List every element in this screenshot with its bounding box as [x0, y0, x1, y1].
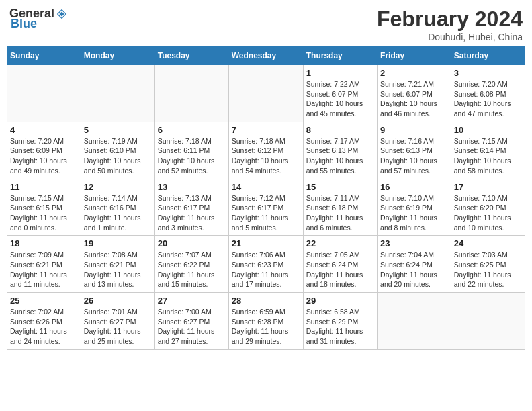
cell-info: Sunrise: 7:20 AMSunset: 6:08 PMDaylight:… — [454, 79, 522, 119]
cell-info: Sunrise: 7:19 AMSunset: 6:10 PMDaylight:… — [84, 136, 152, 176]
day-number: 15 — [306, 182, 374, 192]
cell-info: Sunrise: 7:00 AMSunset: 6:27 PMDaylight:… — [158, 307, 226, 347]
day-number: 23 — [380, 238, 448, 248]
calendar-cell: 8Sunrise: 7:17 AMSunset: 6:13 PMDaylight… — [303, 122, 377, 179]
calendar-table: SundayMondayTuesdayWednesdayThursdayFrid… — [7, 46, 525, 350]
header-day-friday: Friday — [378, 47, 451, 65]
cell-info: Sunrise: 7:10 AMSunset: 6:19 PMDaylight:… — [380, 193, 448, 233]
cell-info: Sunrise: 7:06 AMSunset: 6:23 PMDaylight:… — [232, 250, 300, 289]
calendar-cell: 10Sunrise: 7:15 AMSunset: 6:14 PMDayligh… — [451, 122, 525, 179]
cell-info: Sunrise: 7:03 AMSunset: 6:25 PMDaylight:… — [454, 250, 522, 289]
calendar-cell: 9Sunrise: 7:16 AMSunset: 6:13 PMDaylight… — [378, 122, 451, 179]
cell-info: Sunrise: 7:08 AMSunset: 6:21 PMDaylight:… — [84, 250, 152, 289]
day-number: 20 — [158, 238, 226, 248]
cell-info: Sunrise: 7:14 AMSunset: 6:16 PMDaylight:… — [84, 193, 152, 233]
cell-info: Sunrise: 7:07 AMSunset: 6:22 PMDaylight:… — [158, 250, 226, 289]
calendar-cell: 12Sunrise: 7:14 AMSunset: 6:16 PMDayligh… — [81, 179, 154, 236]
logo: General Blue — [9, 7, 68, 31]
cell-info: Sunrise: 7:15 AMSunset: 6:15 PMDaylight:… — [10, 193, 78, 233]
calendar-cell: 18Sunrise: 7:09 AMSunset: 6:21 PMDayligh… — [7, 236, 81, 293]
cell-info: Sunrise: 7:15 AMSunset: 6:14 PMDaylight:… — [454, 136, 522, 176]
day-number: 21 — [232, 238, 300, 248]
calendar-cell: 24Sunrise: 7:03 AMSunset: 6:25 PMDayligh… — [451, 236, 525, 293]
cell-info: Sunrise: 7:01 AMSunset: 6:27 PMDaylight:… — [84, 307, 152, 347]
logo-icon — [56, 8, 68, 20]
calendar-cell: 3Sunrise: 7:20 AMSunset: 6:08 PMDaylight… — [451, 65, 525, 122]
cell-info: Sunrise: 7:18 AMSunset: 6:12 PMDaylight:… — [232, 136, 300, 176]
day-number: 18 — [10, 238, 78, 248]
header-day-monday: Monday — [81, 47, 154, 65]
day-number: 28 — [232, 295, 300, 306]
calendar-cell: 11Sunrise: 7:15 AMSunset: 6:15 PMDayligh… — [7, 179, 81, 236]
day-number: 19 — [84, 238, 152, 248]
calendar-cell: 2Sunrise: 7:21 AMSunset: 6:07 PMDaylight… — [378, 65, 451, 122]
calendar-cell — [154, 65, 228, 122]
page-header: General Blue February 2024 Douhudi, Hube… — [7, 7, 525, 42]
calendar-cell: 6Sunrise: 7:18 AMSunset: 6:11 PMDaylight… — [154, 122, 228, 179]
header-day-thursday: Thursday — [303, 47, 377, 65]
calendar-week-row: 1Sunrise: 7:22 AMSunset: 6:07 PMDaylight… — [7, 65, 525, 122]
cell-info: Sunrise: 7:13 AMSunset: 6:17 PMDaylight:… — [158, 193, 226, 233]
day-number: 7 — [232, 125, 300, 135]
calendar-cell: 1Sunrise: 7:22 AMSunset: 6:07 PMDaylight… — [303, 65, 377, 122]
day-number: 24 — [454, 238, 522, 248]
calendar-cell: 4Sunrise: 7:20 AMSunset: 6:09 PMDaylight… — [7, 122, 81, 179]
calendar-week-row: 11Sunrise: 7:15 AMSunset: 6:15 PMDayligh… — [7, 179, 525, 236]
title-block: February 2024 Douhudi, Hubei, China — [377, 7, 523, 42]
day-number: 2 — [380, 68, 448, 78]
day-number: 6 — [158, 125, 226, 135]
cell-info: Sunrise: 7:10 AMSunset: 6:20 PMDaylight:… — [454, 193, 522, 233]
calendar-cell: 29Sunrise: 6:58 AMSunset: 6:29 PMDayligh… — [303, 293, 377, 350]
calendar-cell: 23Sunrise: 7:04 AMSunset: 6:24 PMDayligh… — [378, 236, 451, 293]
cell-info: Sunrise: 7:11 AMSunset: 6:18 PMDaylight:… — [306, 193, 374, 233]
calendar-cell — [7, 65, 81, 122]
calendar-cell — [378, 293, 451, 350]
header-day-wednesday: Wednesday — [228, 47, 303, 65]
calendar-cell: 7Sunrise: 7:18 AMSunset: 6:12 PMDaylight… — [228, 122, 303, 179]
day-number: 16 — [380, 182, 448, 192]
day-number: 29 — [306, 295, 374, 306]
cell-info: Sunrise: 7:05 AMSunset: 6:24 PMDaylight:… — [306, 250, 374, 289]
calendar-cell: 25Sunrise: 7:02 AMSunset: 6:26 PMDayligh… — [7, 293, 81, 350]
calendar-cell: 28Sunrise: 6:59 AMSunset: 6:28 PMDayligh… — [228, 293, 303, 350]
calendar-cell: 16Sunrise: 7:10 AMSunset: 6:19 PMDayligh… — [378, 179, 451, 236]
calendar-week-row: 4Sunrise: 7:20 AMSunset: 6:09 PMDaylight… — [7, 122, 525, 179]
cell-info: Sunrise: 7:21 AMSunset: 6:07 PMDaylight:… — [380, 79, 448, 119]
calendar-week-row: 18Sunrise: 7:09 AMSunset: 6:21 PMDayligh… — [7, 236, 525, 293]
day-number: 13 — [158, 182, 226, 192]
calendar-cell: 21Sunrise: 7:06 AMSunset: 6:23 PMDayligh… — [228, 236, 303, 293]
logo-blue: Blue — [11, 17, 37, 31]
day-number: 14 — [232, 182, 300, 192]
calendar-header-row: SundayMondayTuesdayWednesdayThursdayFrid… — [7, 47, 525, 65]
calendar-cell: 20Sunrise: 7:07 AMSunset: 6:22 PMDayligh… — [154, 236, 228, 293]
cell-info: Sunrise: 7:12 AMSunset: 6:17 PMDaylight:… — [232, 193, 300, 233]
calendar-cell: 22Sunrise: 7:05 AMSunset: 6:24 PMDayligh… — [303, 236, 377, 293]
calendar-cell — [81, 65, 154, 122]
cell-info: Sunrise: 6:59 AMSunset: 6:28 PMDaylight:… — [232, 307, 300, 347]
day-number: 25 — [10, 295, 78, 306]
cell-info: Sunrise: 7:18 AMSunset: 6:11 PMDaylight:… — [158, 136, 226, 176]
header-day-sunday: Sunday — [7, 47, 81, 65]
day-number: 9 — [380, 125, 448, 135]
calendar-cell: 27Sunrise: 7:00 AMSunset: 6:27 PMDayligh… — [154, 293, 228, 350]
day-number: 27 — [158, 295, 226, 306]
day-number: 26 — [84, 295, 152, 306]
cell-info: Sunrise: 7:09 AMSunset: 6:21 PMDaylight:… — [10, 250, 78, 289]
cell-info: Sunrise: 7:16 AMSunset: 6:13 PMDaylight:… — [380, 136, 448, 176]
day-number: 5 — [84, 125, 152, 135]
cell-info: Sunrise: 7:22 AMSunset: 6:07 PMDaylight:… — [306, 79, 374, 119]
day-number: 22 — [306, 238, 374, 248]
day-number: 12 — [84, 182, 152, 192]
sub-title: Douhudi, Hubei, China — [377, 32, 523, 42]
calendar-cell: 17Sunrise: 7:10 AMSunset: 6:20 PMDayligh… — [451, 179, 525, 236]
day-number: 3 — [454, 68, 522, 78]
calendar-cell: 26Sunrise: 7:01 AMSunset: 6:27 PMDayligh… — [81, 293, 154, 350]
calendar-cell: 5Sunrise: 7:19 AMSunset: 6:10 PMDaylight… — [81, 122, 154, 179]
calendar-cell: 15Sunrise: 7:11 AMSunset: 6:18 PMDayligh… — [303, 179, 377, 236]
cell-info: Sunrise: 7:02 AMSunset: 6:26 PMDaylight:… — [10, 307, 78, 347]
cell-info: Sunrise: 7:04 AMSunset: 6:24 PMDaylight:… — [380, 250, 448, 289]
cell-info: Sunrise: 7:20 AMSunset: 6:09 PMDaylight:… — [10, 136, 78, 176]
header-day-saturday: Saturday — [451, 47, 525, 65]
day-number: 1 — [306, 68, 374, 78]
header-day-tuesday: Tuesday — [154, 47, 228, 65]
